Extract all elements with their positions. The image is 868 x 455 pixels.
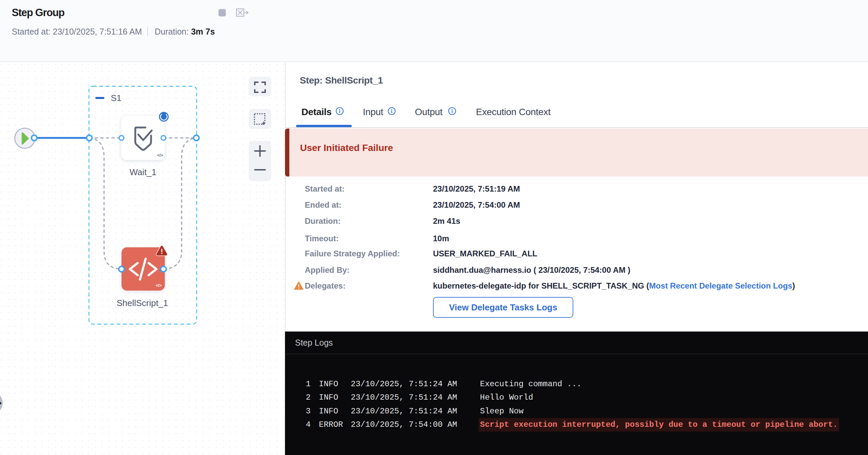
svg-text:S1: S1 bbox=[111, 93, 122, 103]
svg-text:</>: </> bbox=[156, 283, 162, 288]
svg-text:Wait_1: Wait_1 bbox=[130, 167, 156, 177]
svg-text:</>: </> bbox=[157, 153, 163, 158]
svg-text:ShellScript_1: ShellScript_1 bbox=[117, 298, 168, 308]
